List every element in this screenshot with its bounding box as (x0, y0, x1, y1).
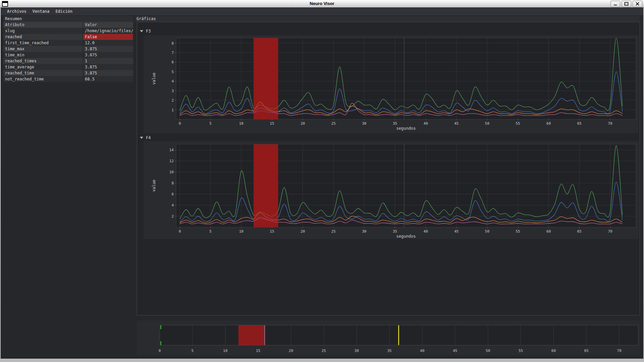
value-cell: 1 (83, 58, 133, 64)
attr-cell: reached (3, 34, 83, 40)
app-surface: ArchivosVentanaEdición Resumen AtributoV… (1, 7, 643, 359)
svg-text:45: 45 (454, 121, 459, 126)
chart-f3-title: F3 (146, 29, 151, 34)
chart-f4-plot[interactable]: 05101520253035404550556065702468101214se… (144, 141, 639, 239)
timeline-scrubber[interactable]: 0510152025303540455055606570 (137, 320, 640, 355)
svg-text:3: 3 (171, 89, 174, 93)
svg-text:60: 60 (551, 349, 556, 353)
svg-text:25: 25 (322, 349, 326, 353)
svg-text:0: 0 (159, 349, 161, 353)
svg-text:70: 70 (617, 349, 622, 353)
column-header-valor: Valor (83, 22, 133, 28)
svg-text:10: 10 (239, 229, 244, 234)
svg-text:35: 35 (387, 349, 391, 353)
value-cell: False (83, 34, 133, 40)
value-cell: 3.875 (83, 52, 133, 58)
svg-text:segundos: segundos (396, 234, 416, 239)
value-cell: 3.875 (83, 46, 133, 52)
svg-text:10: 10 (223, 349, 227, 353)
chart-f4-title: F4 (146, 135, 151, 140)
svg-text:4: 4 (171, 79, 174, 83)
svg-text:30: 30 (362, 229, 366, 234)
svg-text:12: 12 (169, 159, 174, 163)
table-row-time_max[interactable]: time_max3.875 (3, 46, 133, 52)
svg-text:2: 2 (171, 98, 174, 103)
svg-text:40: 40 (424, 229, 428, 234)
collapse-triangle-icon (140, 137, 143, 139)
svg-text:25: 25 (331, 121, 336, 126)
svg-text:6: 6 (171, 192, 174, 196)
svg-text:50: 50 (485, 121, 489, 126)
close-button[interactable] (633, 1, 642, 7)
svg-text:5: 5 (171, 70, 174, 74)
attr-cell: time_min (3, 52, 83, 58)
svg-text:65: 65 (577, 229, 582, 234)
value-cell: 3.875 (83, 70, 133, 76)
window-title: Neuro Visor (0, 1, 644, 6)
svg-text:70: 70 (608, 121, 612, 126)
table-row-reached[interactable]: reachedFalse (3, 34, 133, 40)
svg-text:segundos: segundos (396, 126, 416, 131)
svg-text:50: 50 (486, 349, 490, 353)
svg-text:30: 30 (362, 121, 366, 126)
svg-text:60: 60 (546, 121, 551, 126)
svg-text:25: 25 (331, 229, 336, 234)
svg-text:10: 10 (239, 121, 244, 126)
svg-text:70: 70 (608, 229, 612, 234)
svg-text:55: 55 (519, 349, 523, 353)
minimize-button[interactable] (610, 1, 620, 7)
svg-text:30: 30 (355, 349, 359, 353)
svg-text:20: 20 (301, 121, 305, 126)
maximize-icon (624, 2, 629, 6)
table-row-reached_times[interactable]: reached_times1 (3, 58, 133, 64)
svg-text:65: 65 (577, 121, 582, 126)
svg-text:20: 20 (301, 229, 305, 234)
attribute-table: AtributoValorslug/home/ignacio/files/Eje… (3, 22, 133, 82)
attr-cell: reached_times (3, 58, 83, 64)
minimize-icon (613, 2, 618, 6)
table-row-time_min[interactable]: time_min3.875 (3, 52, 133, 58)
menu-item-edicion[interactable]: Edición (52, 7, 75, 16)
svg-text:14: 14 (169, 148, 174, 152)
attr-cell: time_max (3, 46, 83, 52)
svg-text:0: 0 (179, 229, 181, 234)
value-cell: 12.0 (83, 40, 133, 46)
table-row-first_time_reached[interactable]: first_time_reached12.0 (3, 40, 133, 46)
menubar: ArchivosVentanaEdición (1, 7, 643, 16)
svg-text:15: 15 (256, 349, 260, 353)
column-header-atributo: Atributo (3, 22, 83, 28)
chart-f3-header[interactable]: F3 (140, 29, 151, 34)
svg-text:35: 35 (393, 229, 397, 234)
value-cell: 3.875 (83, 64, 133, 70)
svg-text:60: 60 (546, 229, 551, 234)
chart-f4-header[interactable]: F4 (140, 135, 151, 140)
chart-f3-plot[interactable]: 051015202530354045505560657012345678segu… (144, 35, 639, 133)
svg-text:7: 7 (171, 51, 174, 55)
svg-text:6: 6 (171, 60, 174, 64)
attr-cell: slug (3, 28, 83, 34)
table-row-not_reached_time[interactable]: not_reached_time68.5 (3, 76, 133, 82)
svg-text:value: value (152, 180, 156, 192)
table-row-time_average[interactable]: time_average3.875 (3, 64, 133, 70)
window-controls (610, 1, 642, 7)
svg-text:1: 1 (171, 108, 174, 112)
titlebar: Neuro Visor (0, 0, 644, 8)
svg-text:2: 2 (171, 214, 174, 219)
svg-text:15: 15 (270, 229, 274, 234)
close-icon (635, 2, 640, 6)
menu-item-ventana[interactable]: Ventana (30, 7, 53, 16)
svg-text:4: 4 (171, 203, 174, 207)
svg-text:8: 8 (171, 41, 174, 46)
svg-text:20: 20 (289, 349, 293, 353)
svg-text:15: 15 (270, 121, 274, 126)
svg-text:0: 0 (179, 121, 181, 126)
table-row-reached_time[interactable]: reached_time3.875 (3, 70, 133, 76)
attr-cell: not_reached_time (3, 76, 83, 82)
menu-item-archivos[interactable]: Archivos (4, 7, 30, 16)
maximize-button[interactable] (622, 1, 631, 7)
svg-text:40: 40 (420, 349, 424, 353)
svg-text:value: value (152, 72, 156, 84)
svg-text:10: 10 (169, 170, 174, 174)
svg-text:65: 65 (584, 349, 589, 353)
table-row-slug[interactable]: slug/home/ignacio/files/Ejemplo.csv (3, 28, 133, 34)
